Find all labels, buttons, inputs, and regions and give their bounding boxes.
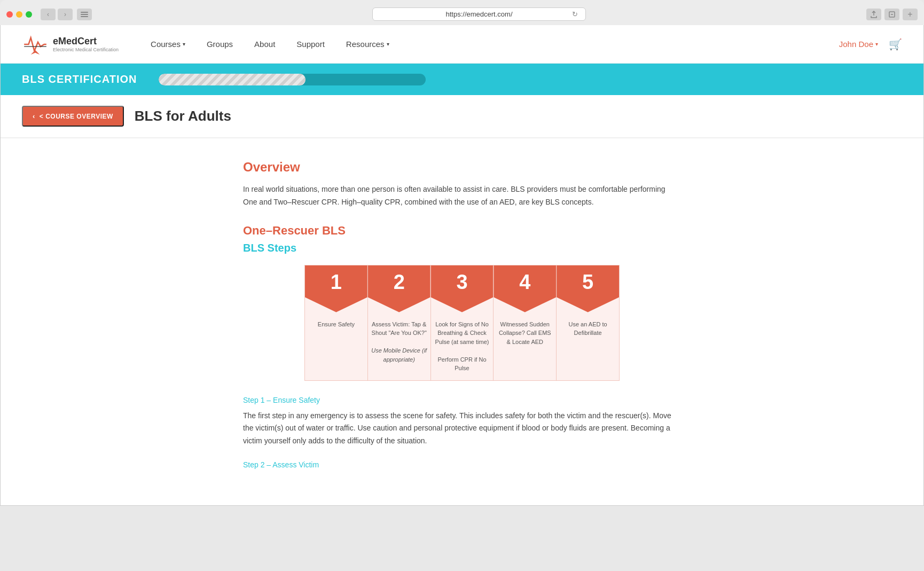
user-menu[interactable]: John Doe ▾ (839, 40, 878, 49)
course-header: ‹ < COURSE OVERVIEW BLS for Adults (1, 95, 923, 138)
bls-certification-title: BLS CERTIFICATION (22, 73, 137, 85)
logo-name: eMedCert (53, 36, 119, 47)
step-1-body: Ensure Safety (315, 312, 358, 337)
step-2-card: 2 Assess Victim: Tap & Shout "Are You OK… (368, 265, 431, 381)
add-tab-button[interactable] (884, 9, 899, 20)
overview-title: Overview (243, 160, 681, 175)
browser-window: ‹ › https://emedcert.com/ ↻ + (0, 0, 924, 25)
logo-area: eMedCert Electronic Medical Certificatio… (22, 31, 119, 58)
progress-bar-background (159, 74, 426, 85)
step-5-number: 5 (582, 271, 593, 294)
course-overview-button[interactable]: ‹ < COURSE OVERVIEW (22, 106, 124, 127)
chevron-left-icon: ‹ (33, 112, 35, 120)
nav-support[interactable]: Support (296, 40, 325, 49)
overview-text: In real world situations, more than one … (243, 183, 681, 209)
logo-icon (22, 31, 49, 58)
steps-diagram-wrapper: 1 Ensure Safety 2 Assess Victim: Tap & S… (243, 265, 681, 381)
step-2-number: 2 (394, 271, 405, 294)
main-content: Overview In real world situations, more … (168, 138, 756, 504)
step-1-header: 1 (305, 265, 367, 312)
address-bar-area: https://emedcert.com/ ↻ (96, 7, 862, 21)
chevron-down-icon-user: ▾ (875, 41, 878, 47)
svg-rect-1 (81, 14, 88, 15)
svg-rect-0 (81, 12, 88, 13)
new-tab-button[interactable]: + (903, 9, 918, 20)
step-5-card: 5 Use an AED to Defibrillate (557, 265, 620, 381)
bls-banner: BLS CERTIFICATION (1, 64, 923, 95)
bls-steps-title: BLS Steps (243, 242, 681, 254)
step-3-number: 3 (456, 271, 467, 294)
top-navigation: eMedCert Electronic Medical Certificatio… (1, 25, 923, 64)
one-rescuer-title: One–Rescuer BLS (243, 224, 681, 238)
step-4-header: 4 (494, 265, 556, 312)
step-5-body: Use an AED to Defibrillate (557, 312, 619, 345)
logo-text-area: eMedCert Electronic Medical Certificatio… (53, 36, 119, 52)
close-button[interactable] (6, 11, 13, 18)
nav-links: Courses ▾ Groups About Support Resources… (151, 40, 839, 49)
nav-arrows: ‹ › (41, 9, 73, 20)
traffic-lights (6, 11, 32, 18)
cart-button[interactable]: 🛒 (889, 38, 902, 51)
step-4-number: 4 (519, 271, 530, 294)
refresh-icon[interactable]: ↻ (572, 10, 578, 18)
minimize-button[interactable] (16, 11, 22, 18)
nav-right: John Doe ▾ 🛒 (839, 38, 902, 51)
maximize-button[interactable] (26, 11, 32, 18)
step-1-card: 1 Ensure Safety (304, 265, 368, 381)
nav-groups[interactable]: Groups (207, 40, 233, 49)
address-bar[interactable]: https://emedcert.com/ (372, 7, 586, 21)
step-2-header: 2 (368, 265, 430, 312)
step-2-body: Assess Victim: Tap & Shout "Are You OK?"… (368, 312, 430, 372)
tab-view-button[interactable] (77, 9, 92, 20)
browser-actions: + (866, 9, 918, 20)
nav-resources[interactable]: Resources ▾ (346, 40, 389, 49)
step-3-header: 3 (431, 265, 494, 312)
forward-button[interactable]: › (58, 9, 73, 20)
logo-subtitle: Electronic Medical Certification (53, 47, 119, 52)
steps-diagram: 1 Ensure Safety 2 Assess Victim: Tap & S… (304, 265, 620, 381)
step-4-body: Witnessed Sudden Collapse? Call EMS & Lo… (494, 312, 556, 354)
step-3-body: Look for Signs of No Breathing & Check P… (431, 312, 494, 380)
course-title: BLS for Adults (135, 108, 231, 124)
chevron-down-icon-resources: ▾ (387, 41, 389, 47)
chevron-down-icon: ▾ (183, 41, 185, 47)
step-1-link[interactable]: Step 1 – Ensure Safety (243, 396, 681, 404)
website-container: eMedCert Electronic Medical Certificatio… (0, 25, 924, 506)
step-1-number: 1 (331, 271, 342, 294)
browser-titlebar: ‹ › https://emedcert.com/ ↻ + (0, 4, 924, 25)
nav-courses[interactable]: Courses ▾ (151, 40, 185, 49)
step-3-card: 3 Look for Signs of No Breathing & Check… (431, 265, 494, 381)
share-button[interactable] (866, 9, 881, 20)
step-2-link[interactable]: Step 2 – Assess Victim (243, 460, 681, 469)
progress-bar-container (159, 74, 426, 85)
svg-rect-2 (81, 16, 88, 17)
back-button[interactable]: ‹ (41, 9, 56, 20)
step-5-header: 5 (557, 265, 619, 312)
progress-bar-fill (159, 74, 306, 85)
step-1-description: The first step in any emergency is to as… (243, 410, 681, 448)
step-4-card: 4 Witnessed Sudden Collapse? Call EMS & … (494, 265, 557, 381)
nav-about[interactable]: About (254, 40, 275, 49)
